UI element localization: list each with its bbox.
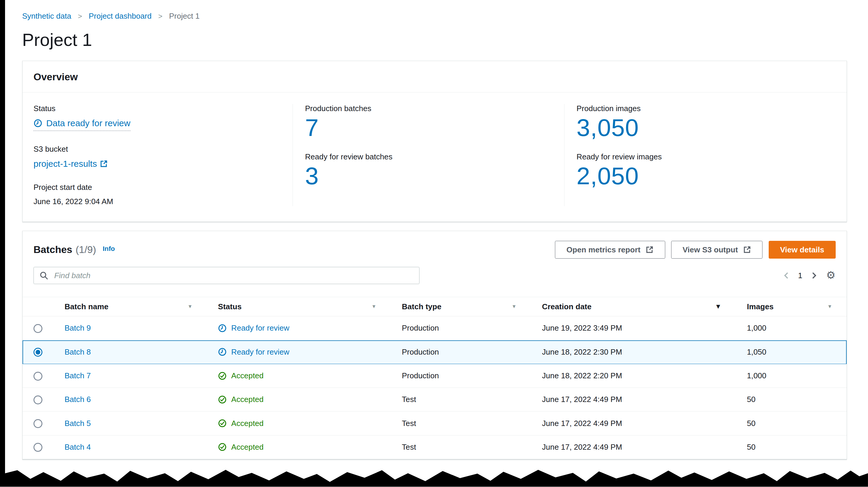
review-batches-label: Ready for review batches: [305, 152, 551, 161]
external-link-icon: [645, 246, 654, 254]
status-field: Status Data ready for review: [33, 104, 279, 131]
screen-left-edge: [0, 0, 5, 487]
table-row: Batch 4 Accepted Test June 17, 2022 4:49…: [23, 435, 847, 459]
batch-name-link[interactable]: Batch 4: [65, 443, 91, 451]
page-title: Project 1: [22, 30, 868, 50]
search-box: [33, 267, 420, 284]
images-cell: 1,050: [736, 340, 847, 364]
table-row: Batch 6 Accepted Test June 17, 2022 4:49…: [23, 388, 847, 412]
batches-counter: (1/9): [75, 244, 96, 255]
breadcrumb-current-project: Project 1: [169, 11, 199, 21]
sort-caret-icon: ▼: [827, 304, 832, 310]
column-header-batch-type[interactable]: Batch type ▼: [391, 297, 531, 316]
info-link[interactable]: Info: [103, 245, 115, 253]
review-batches-value: 3: [305, 162, 551, 190]
column-header-creation-date[interactable]: Creation date ▼: [531, 297, 736, 316]
status-accepted-icon: [218, 419, 227, 428]
column-header-label: Images: [747, 302, 774, 311]
breadcrumb: Synthetic data > Project dashboard > Pro…: [0, 0, 868, 21]
next-page-button[interactable]: [811, 272, 817, 279]
row-radio[interactable]: [33, 419, 42, 428]
breadcrumb-chevron-icon: >: [78, 12, 82, 21]
s3-bucket-label: S3 bucket: [33, 144, 279, 154]
view-s3-output-label: View S3 output: [682, 245, 738, 255]
batch-name-link[interactable]: Batch 5: [65, 419, 91, 428]
images-cell: 50: [736, 388, 847, 412]
status-text: Accepted: [231, 395, 264, 404]
view-s3-output-button[interactable]: View S3 output: [671, 241, 763, 259]
status-text: Accepted: [231, 371, 264, 380]
sort-caret-active-icon: ▼: [715, 303, 721, 311]
breadcrumb-link-synthetic-data[interactable]: Synthetic data: [22, 11, 71, 21]
s3-bucket-link[interactable]: project-1-results: [33, 159, 108, 169]
external-link-icon: [100, 160, 108, 168]
batches-toolbar: 1 ⚙: [23, 267, 847, 297]
batch-name-link[interactable]: Batch 7: [65, 371, 91, 380]
batches-title: Batches: [33, 244, 72, 255]
status-value: Data ready for review: [46, 118, 130, 128]
table-row-selected: Batch 8 Ready for review Production June…: [23, 340, 847, 364]
column-header-images[interactable]: Images ▼: [736, 297, 847, 316]
creation-date-cell: June 17, 2022 4:49 PM: [531, 412, 736, 435]
breadcrumb-link-project-dashboard[interactable]: Project dashboard: [89, 11, 152, 21]
batch-name-link[interactable]: Batch 9: [65, 323, 91, 332]
status-text: Accepted: [231, 419, 264, 428]
column-header-label: Status: [218, 302, 242, 311]
row-radio[interactable]: [33, 395, 42, 404]
status-popover-trigger[interactable]: Data ready for review: [33, 118, 130, 131]
creation-date-cell: June 18, 2022 2:30 PM: [531, 340, 736, 364]
batch-name-link[interactable]: Batch 6: [65, 395, 91, 404]
batch-type-cell: Test: [391, 412, 531, 435]
row-radio[interactable]: [33, 324, 42, 333]
overview-column-batches: Production batches 7 Ready for review ba…: [292, 104, 564, 206]
row-radio[interactable]: [33, 372, 42, 381]
column-header-status[interactable]: Status ▼: [207, 297, 391, 316]
project-start-field: Project start date June 16, 2022 9:04 AM: [33, 183, 279, 206]
table-row: Batch 9 Ready for review Production June…: [23, 316, 847, 340]
page-number[interactable]: 1: [798, 271, 803, 280]
status-ready-icon: [218, 324, 227, 333]
images-cell: 50: [736, 412, 847, 435]
previous-page-button[interactable]: [783, 272, 789, 279]
images-cell: 1,000: [736, 316, 847, 340]
review-images-value: 2,050: [577, 162, 823, 190]
production-images-value: 3,050: [577, 114, 823, 141]
status-text: Ready for review: [231, 348, 289, 357]
batch-type-cell: Production: [391, 364, 531, 387]
column-header-label: Creation date: [542, 302, 591, 311]
project-start-label: Project start date: [33, 183, 279, 192]
batch-type-cell: Test: [391, 435, 531, 459]
settings-gear-icon[interactable]: ⚙: [826, 270, 836, 281]
batch-name-link[interactable]: Batch 8: [65, 348, 91, 356]
s3-bucket-link-text: project-1-results: [33, 159, 97, 169]
column-header-label: Batch name: [65, 302, 108, 311]
batches-actions: Open metrics report View S3 output View …: [555, 241, 835, 259]
column-header-batch-name[interactable]: Batch name ▼: [53, 297, 207, 316]
view-details-label: View details: [780, 245, 824, 255]
status-accepted-icon: [218, 443, 227, 451]
external-link-icon: [743, 246, 751, 254]
row-radio[interactable]: [33, 443, 42, 452]
view-details-button[interactable]: View details: [769, 241, 836, 259]
review-images-label: Ready for review images: [577, 152, 823, 161]
torn-bottom-edge: [0, 468, 868, 487]
breadcrumb-chevron-icon: >: [158, 12, 162, 21]
overview-column-details: Status Data ready for review S3 bucket p…: [33, 104, 292, 206]
overview-card: Overview Status Data ready for review S3…: [22, 61, 847, 222]
production-batches-label: Production batches: [305, 104, 551, 113]
column-header-label: Batch type: [402, 302, 442, 311]
review-batches-stat: Ready for review batches 3: [305, 152, 551, 190]
search-icon: [39, 271, 48, 280]
overview-card-title: Overview: [23, 61, 847, 92]
creation-date-cell: June 17, 2022 4:49 PM: [531, 388, 736, 412]
batches-header: Batches (1/9) Info Open metrics report V…: [23, 231, 847, 267]
batch-type-cell: Production: [391, 316, 531, 340]
row-radio-checked[interactable]: [33, 348, 42, 357]
overview-column-images: Production images 3,050 Ready for review…: [564, 104, 836, 206]
search-input[interactable]: [53, 267, 413, 284]
sort-caret-icon: ▼: [371, 304, 376, 310]
production-images-stat: Production images 3,050: [577, 104, 823, 141]
open-metrics-report-button[interactable]: Open metrics report: [555, 241, 665, 259]
s3-bucket-field: S3 bucket project-1-results: [33, 144, 279, 169]
review-images-stat: Ready for review images 2,050: [577, 152, 823, 190]
